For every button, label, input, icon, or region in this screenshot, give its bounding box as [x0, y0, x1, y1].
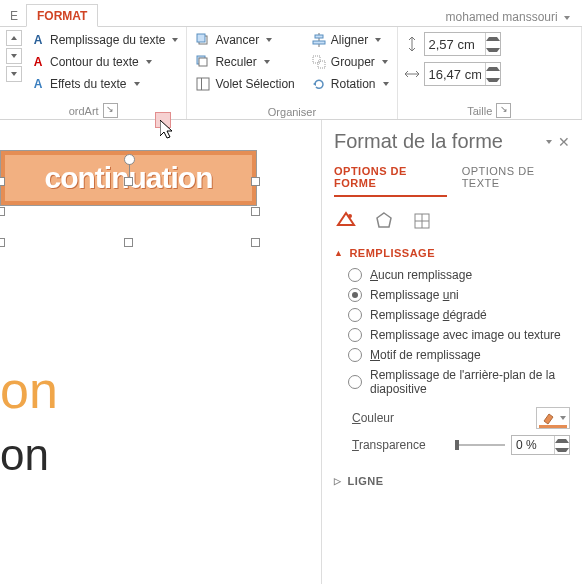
- fill-pattern-option[interactable]: Motif de remplissage: [348, 345, 570, 365]
- expand-icon: ▷: [334, 476, 342, 486]
- rotation-handle[interactable]: [124, 154, 135, 165]
- tab-shape-options[interactable]: OPTIONS DE FORME: [334, 165, 447, 197]
- close-icon[interactable]: ✕: [558, 134, 570, 150]
- rotate-label: Rotation: [331, 77, 376, 91]
- section-line-header[interactable]: ▷ LIGNE: [334, 475, 570, 487]
- fill-none-rest: ucun remplissage: [378, 268, 472, 282]
- height-down[interactable]: [486, 44, 500, 55]
- resize-handle[interactable]: [0, 177, 5, 186]
- user-name[interactable]: mohamed manssouri: [442, 8, 574, 26]
- group-icon: [311, 54, 327, 70]
- transparency-field[interactable]: [511, 435, 570, 455]
- resize-handle[interactable]: [124, 177, 133, 186]
- user-name-label: mohamed manssouri: [446, 10, 558, 24]
- svg-rect-8: [313, 41, 325, 44]
- tab-format[interactable]: FORMAT: [26, 4, 98, 27]
- fill-none-option[interactable]: Aucun remplissage: [348, 265, 570, 285]
- bring-forward-button[interactable]: Avancer: [193, 30, 296, 50]
- group-arrange-label: Organiser: [268, 106, 316, 118]
- width-up[interactable]: [486, 63, 500, 74]
- width-input[interactable]: [425, 67, 485, 82]
- transp-up[interactable]: [555, 436, 569, 445]
- fill-slidebg-option[interactable]: Remplissage de l'arrière-plan de la diap…: [348, 365, 570, 399]
- style-up[interactable]: [6, 30, 22, 46]
- resize-handle[interactable]: [251, 238, 260, 247]
- style-more[interactable]: [6, 66, 22, 82]
- text-effects-icon: A: [30, 76, 46, 92]
- svg-point-16: [348, 214, 352, 218]
- width-down[interactable]: [486, 74, 500, 85]
- collapse-icon: ▲: [334, 248, 343, 258]
- format-shape-pane: Format de la forme ✕ OPTIONS DE FORME OP…: [321, 120, 582, 584]
- svg-marker-17: [377, 213, 391, 227]
- wordart-launcher[interactable]: ↘: [103, 103, 118, 118]
- transp-down[interactable]: [555, 445, 569, 454]
- fill-slidebg-label: Remplissage de l'arrière-plan de la diap…: [370, 368, 570, 396]
- height-input[interactable]: [425, 37, 485, 52]
- group-button[interactable]: Grouper: [309, 52, 391, 72]
- bring-forward-label: Avancer: [215, 33, 259, 47]
- resize-handle[interactable]: [251, 177, 260, 186]
- selection-pane-icon: [195, 76, 211, 92]
- svg-rect-7: [315, 35, 323, 38]
- align-icon: [311, 32, 327, 48]
- svg-rect-5: [201, 78, 202, 90]
- align-label: Aligner: [331, 33, 368, 47]
- group-wordart-label: ordArt: [69, 105, 99, 117]
- svg-rect-1: [197, 34, 205, 42]
- tab-text-options[interactable]: OPTIONS DE TEXTE: [462, 165, 570, 197]
- section-fill-header[interactable]: ▲ REMPLISSAGE: [334, 247, 570, 259]
- style-down[interactable]: [6, 48, 22, 64]
- size-props-icon[interactable]: [410, 209, 434, 233]
- text-fill-button[interactable]: A Remplissage du texte: [28, 30, 180, 50]
- text-outline-button[interactable]: A Contour du texte: [28, 52, 180, 72]
- effects-icon[interactable]: [372, 209, 396, 233]
- transparency-slider[interactable]: [457, 444, 505, 446]
- svg-marker-15: [338, 213, 354, 225]
- selection-pane-label: Volet Sélection: [215, 77, 294, 91]
- tab-edge[interactable]: E: [8, 6, 24, 26]
- rotate-button[interactable]: Rotation: [309, 74, 391, 94]
- height-field[interactable]: [424, 32, 501, 56]
- svg-rect-4: [197, 78, 209, 90]
- rotate-icon: [311, 76, 327, 92]
- section-line-label: LIGNE: [348, 475, 384, 487]
- align-button[interactable]: Aligner: [309, 30, 391, 50]
- text-effects-button[interactable]: A Effets du texte: [28, 74, 180, 94]
- width-icon: [404, 66, 420, 82]
- svg-rect-3: [199, 58, 207, 66]
- group-wordart: A Remplissage du texte A Contour du text…: [0, 27, 187, 119]
- selection-pane-button[interactable]: Volet Sélection: [193, 74, 296, 94]
- size-launcher[interactable]: ↘: [496, 103, 511, 118]
- slide-canvas[interactable]: continuation on on: [0, 120, 321, 584]
- fill-picture-label: Remplissage avec image ou texture: [370, 328, 561, 342]
- fill-color-button[interactable]: [536, 407, 570, 429]
- group-arrange: Avancer Reculer Volet Sélection: [187, 27, 397, 119]
- transparency-input[interactable]: [512, 438, 554, 452]
- resize-handle[interactable]: [251, 207, 260, 216]
- slide-text-2[interactable]: on: [0, 430, 49, 480]
- fill-solid-option[interactable]: Remplissage uni: [348, 285, 570, 305]
- fill-gradient-option[interactable]: Remplissage dégradé: [348, 305, 570, 325]
- send-backward-button[interactable]: Reculer: [193, 52, 296, 72]
- resize-handle[interactable]: [0, 207, 5, 216]
- slide-text-1[interactable]: on: [0, 360, 58, 420]
- text-effects-label: Effets du texte: [50, 77, 127, 91]
- text-fill-label: Remplissage du texte: [50, 33, 165, 47]
- text-fill-icon: A: [30, 32, 46, 48]
- text-outline-icon: A: [30, 54, 46, 70]
- width-field[interactable]: [424, 62, 501, 86]
- wordart-shape[interactable]: continuation: [0, 150, 257, 206]
- pane-options-icon[interactable]: [546, 140, 552, 144]
- resize-handle[interactable]: [124, 238, 133, 247]
- group-label: Grouper: [331, 55, 375, 69]
- bring-forward-icon: [195, 32, 211, 48]
- fill-line-icon[interactable]: [334, 209, 358, 233]
- user-drop-icon: [564, 16, 570, 20]
- resize-handle[interactable]: [0, 238, 5, 247]
- fill-picture-option[interactable]: Remplissage avec image ou texture: [348, 325, 570, 345]
- pane-title: Format de la forme: [334, 130, 503, 153]
- height-up[interactable]: [486, 33, 500, 44]
- send-backward-icon: [195, 54, 211, 70]
- group-size: Taille ↘: [398, 27, 583, 119]
